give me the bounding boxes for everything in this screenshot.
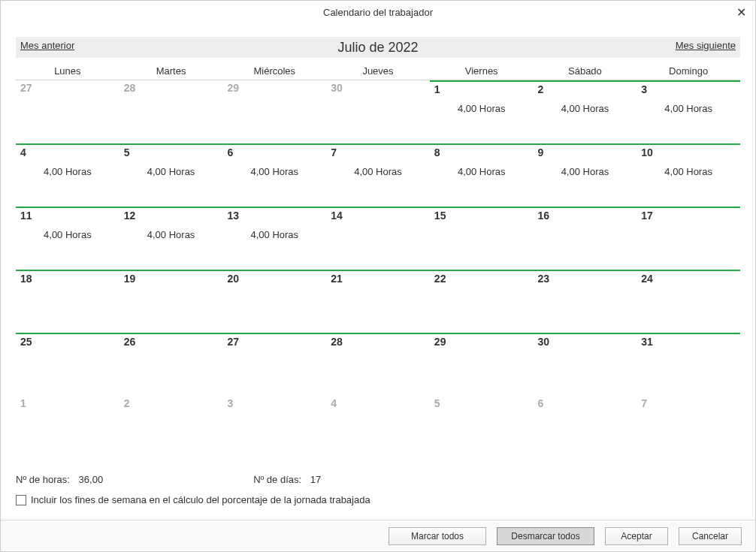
day-number: 18 <box>20 273 115 285</box>
day-number: 1 <box>434 83 529 95</box>
day-number: 16 <box>538 210 633 222</box>
day-number: 8 <box>434 146 529 158</box>
calendar-cell[interactable]: 74,00 Horas <box>326 143 430 207</box>
calendar-cell[interactable]: 28 <box>119 80 223 143</box>
calendar-cell[interactable]: 25 <box>16 333 119 396</box>
day-number: 13 <box>227 210 322 222</box>
day-number: 24 <box>641 273 736 285</box>
calendar-cell[interactable]: 30 <box>326 80 430 143</box>
day-number: 17 <box>641 210 736 222</box>
calendar-cell[interactable]: 29 <box>430 333 534 396</box>
calendar-cell[interactable]: 64,00 Horas <box>222 143 326 207</box>
close-button[interactable]: ✕ <box>731 2 751 22</box>
calendar-cell[interactable]: 5 <box>430 396 534 459</box>
calendar-cell[interactable]: 44,00 Horas <box>16 143 119 207</box>
day-hours: 4,00 Horas <box>124 229 219 240</box>
calendar-cell[interactable]: 22 <box>430 270 534 333</box>
titlebar: Calendario del trabajador ✕ <box>1 1 755 23</box>
day-number: 29 <box>227 82 322 94</box>
days-value: 17 <box>310 474 321 485</box>
calendar-cell[interactable]: 31 <box>637 333 740 396</box>
calendar-cell[interactable]: 84,00 Horas <box>430 143 534 207</box>
dow-header: Lunes <box>16 62 119 80</box>
day-number: 9 <box>538 146 633 158</box>
calendar-cell[interactable]: 14,00 Horas <box>430 80 534 143</box>
day-number: 4 <box>20 146 115 158</box>
calendar-cell[interactable]: 34,00 Horas <box>637 80 740 143</box>
day-hours: 4,00 Horas <box>538 166 633 177</box>
day-number: 27 <box>20 82 115 94</box>
weekend-checkbox-row: Incluir los fines de semana en el cálcul… <box>16 494 740 505</box>
day-hours: 4,00 Horas <box>434 103 529 114</box>
day-number: 22 <box>434 273 529 285</box>
day-number: 31 <box>641 336 736 348</box>
calendar-cell[interactable]: 27 <box>222 333 326 396</box>
days-summary: Nº de días: 17 <box>253 474 321 485</box>
calendar-cell[interactable]: 27 <box>16 80 119 143</box>
calendar-cell[interactable]: 7 <box>637 396 740 459</box>
calendar-cell[interactable]: 23 <box>534 270 637 333</box>
dow-header: Miércoles <box>222 62 326 80</box>
calendar-cell[interactable]: 54,00 Horas <box>119 143 223 207</box>
hours-label: Nº de horas: <box>16 474 70 485</box>
unmark-all-button[interactable]: Desmarcar todos <box>497 527 594 545</box>
calendar-cell[interactable]: 28 <box>326 333 430 396</box>
day-hours: 4,00 Horas <box>331 166 425 177</box>
day-number: 1 <box>20 397 115 409</box>
day-number: 30 <box>331 82 425 94</box>
hours-summary: Nº de horas: 36,00 <box>16 474 103 485</box>
calendar-cell[interactable]: 3 <box>222 396 326 459</box>
calendar-grid: 2728293014,00 Horas24,00 Horas34,00 Hora… <box>16 80 740 459</box>
day-number: 5 <box>124 146 219 158</box>
calendar-cell[interactable]: 24 <box>637 270 740 333</box>
calendar-cell[interactable]: 134,00 Horas <box>222 207 326 270</box>
calendar-cell[interactable]: 124,00 Horas <box>119 207 223 270</box>
calendar-cell[interactable]: 30 <box>534 333 637 396</box>
calendar-cell[interactable]: 16 <box>534 207 637 270</box>
day-number: 27 <box>227 336 322 348</box>
next-month-link[interactable]: Mes siguiente <box>676 40 736 51</box>
weekend-checkbox[interactable] <box>16 495 26 505</box>
calendar-cell[interactable]: 21 <box>326 270 430 333</box>
cancel-button[interactable]: Cancelar <box>679 527 742 545</box>
days-label: Nº de días: <box>253 474 301 485</box>
day-number: 6 <box>538 397 633 409</box>
month-label: Julio de 2022 <box>16 40 740 56</box>
day-number: 10 <box>641 146 736 158</box>
content: Mes anterior Julio de 2022 Mes siguiente… <box>1 23 755 550</box>
calendar-cell[interactable]: 15 <box>430 207 534 270</box>
day-number: 23 <box>538 273 633 285</box>
day-number: 19 <box>124 273 219 285</box>
mark-all-button[interactable]: Marcar todos <box>389 527 486 545</box>
day-number: 12 <box>124 210 219 222</box>
month-bar: Mes anterior Julio de 2022 Mes siguiente <box>16 37 740 58</box>
calendar-cell[interactable]: 19 <box>119 270 223 333</box>
calendar-cell[interactable]: 6 <box>534 396 637 459</box>
day-number: 15 <box>434 210 529 222</box>
calendar-cell[interactable]: 2 <box>119 396 223 459</box>
summary-row: Nº de horas: 36,00 Nº de días: 17 <box>16 474 740 485</box>
day-number: 20 <box>227 273 322 285</box>
calendar-cell[interactable]: 14 <box>326 207 430 270</box>
calendar-cell[interactable]: 26 <box>119 333 223 396</box>
prev-month-link[interactable]: Mes anterior <box>20 40 74 51</box>
calendar-cell[interactable]: 1 <box>16 396 119 459</box>
day-number: 4 <box>331 397 425 409</box>
calendar-cell[interactable]: 94,00 Horas <box>534 143 637 207</box>
day-number: 30 <box>538 336 633 348</box>
day-number: 7 <box>641 397 736 409</box>
day-hours: 4,00 Horas <box>227 229 322 240</box>
accept-button[interactable]: Aceptar <box>605 527 668 545</box>
calendar-cell[interactable]: 114,00 Horas <box>16 207 119 270</box>
calendar-cell[interactable]: 29 <box>222 80 326 143</box>
calendar-cell[interactable]: 20 <box>222 270 326 333</box>
calendar-cell[interactable]: 104,00 Horas <box>637 143 740 207</box>
day-number: 28 <box>124 82 219 94</box>
calendar-cell[interactable]: 24,00 Horas <box>534 80 637 143</box>
day-number: 2 <box>538 83 633 95</box>
calendar-cell[interactable]: 17 <box>637 207 740 270</box>
calendar-cell[interactable]: 18 <box>16 270 119 333</box>
footer: Marcar todos Desmarcar todos Aceptar Can… <box>1 520 755 551</box>
dow-row: LunesMartesMiércolesJuevesViernesSábadoD… <box>16 62 740 80</box>
calendar-cell[interactable]: 4 <box>326 396 430 459</box>
